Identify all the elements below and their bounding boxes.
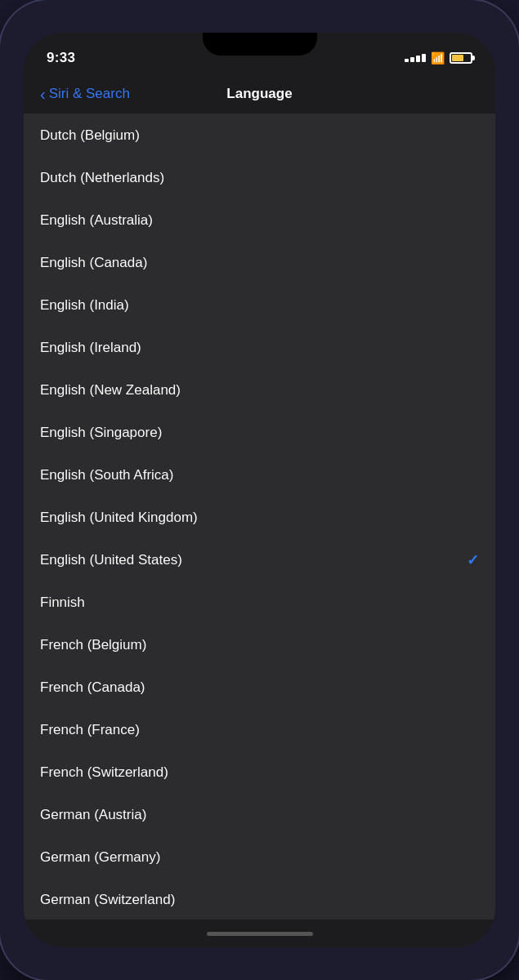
phone-screen: 9:33 📶 ‹ Siri & Search Language: [24, 33, 495, 947]
list-item[interactable]: French (Canada): [24, 666, 495, 709]
battery-fill: [452, 55, 463, 61]
language-label: English (United Kingdom): [40, 510, 198, 526]
list-item[interactable]: English (United States)✓: [24, 539, 495, 581]
language-label: German (Germany): [40, 849, 160, 866]
chevron-left-icon: ‹: [40, 86, 46, 102]
nav-header: ‹ Siri & Search Language: [24, 74, 495, 114]
list-item[interactable]: English (Canada): [24, 242, 495, 284]
language-label: Finnish: [40, 595, 85, 611]
language-label: French (Switzerland): [40, 764, 168, 781]
language-list: Dutch (Belgium)Dutch (Netherlands)Englis…: [24, 114, 495, 920]
language-label: English (United States): [40, 552, 182, 568]
language-label: Dutch (Belgium): [40, 127, 140, 144]
home-bar: [207, 932, 313, 936]
list-item[interactable]: French (France): [24, 709, 495, 751]
language-label: French (Canada): [40, 679, 145, 696]
notch: [203, 33, 317, 56]
phone-frame: 9:33 📶 ‹ Siri & Search Language: [0, 0, 519, 980]
list-item[interactable]: French (Switzerland): [24, 751, 495, 794]
list-item[interactable]: English (Ireland): [24, 327, 495, 369]
list-item[interactable]: English (Australia): [24, 199, 495, 242]
language-label: Dutch (Netherlands): [40, 170, 164, 186]
list-item[interactable]: English (India): [24, 284, 495, 327]
selected-checkmark: ✓: [467, 551, 479, 569]
home-indicator: [24, 920, 495, 947]
language-label: English (India): [40, 297, 129, 314]
list-item[interactable]: English (Singapore): [24, 412, 495, 454]
list-item[interactable]: German (Germany): [24, 836, 495, 879]
page-title: Language: [226, 86, 292, 102]
language-label: German (Switzerland): [40, 892, 175, 908]
back-button[interactable]: ‹ Siri & Search: [40, 86, 130, 102]
battery-icon: [450, 52, 472, 64]
list-item[interactable]: Finnish: [24, 581, 495, 624]
list-item[interactable]: German (Switzerland): [24, 879, 495, 920]
list-item[interactable]: French (Belgium): [24, 624, 495, 666]
language-label: English (New Zealand): [40, 382, 181, 399]
language-label: English (Canada): [40, 255, 147, 271]
signal-icon: [405, 54, 426, 62]
list-item[interactable]: Dutch (Netherlands): [24, 157, 495, 199]
status-icons: 📶: [405, 51, 472, 65]
list-item[interactable]: English (New Zealand): [24, 369, 495, 412]
language-label: French (Belgium): [40, 637, 146, 653]
language-label: French (France): [40, 722, 140, 738]
status-time: 9:33: [47, 50, 75, 66]
language-label: English (South Africa): [40, 467, 173, 483]
language-label: English (Australia): [40, 212, 153, 229]
language-label: English (Singapore): [40, 425, 162, 441]
back-label: Siri & Search: [49, 86, 130, 102]
language-label: English (Ireland): [40, 340, 141, 356]
list-item[interactable]: German (Austria): [24, 794, 495, 836]
language-label: German (Austria): [40, 807, 146, 823]
list-item[interactable]: English (South Africa): [24, 454, 495, 497]
wifi-icon: 📶: [431, 51, 445, 65]
list-item[interactable]: English (United Kingdom): [24, 497, 495, 539]
list-item[interactable]: Dutch (Belgium): [24, 114, 495, 157]
